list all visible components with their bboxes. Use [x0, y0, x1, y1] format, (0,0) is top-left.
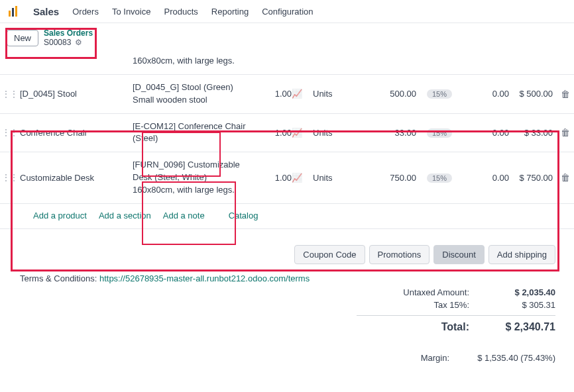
breadcrumb: Sales Orders S00083 ⚙: [44, 28, 93, 47]
nav-orders[interactable]: Orders: [72, 7, 99, 17]
table-row: ⋮⋮ Conference Chair [E-COM12] Conference…: [0, 114, 574, 153]
table-row: ⋮⋮ Customizable Desk [FURN_0096] Customi…: [0, 152, 574, 204]
breadcrumb-current: S00083: [44, 38, 71, 47]
forecast-icon[interactable]: 📈: [292, 173, 301, 183]
tax-cell[interactable]: 0.00: [463, 173, 509, 183]
drag-handle-icon[interactable]: ⋮⋮: [0, 128, 20, 137]
terms-label: Terms & Conditions:: [20, 273, 99, 283]
gear-icon[interactable]: ⚙: [75, 38, 82, 47]
description-cell[interactable]: [E-COM12] Conference Chair (Steel): [133, 121, 252, 146]
svg-rect-2: [15, 6, 17, 17]
add-product-link[interactable]: Add a product: [33, 211, 87, 220]
svg-rect-1: [12, 8, 14, 17]
table-row: 160x80cm, with large legs.: [0, 52, 574, 75]
discount-cell[interactable]: 15%: [416, 128, 463, 138]
totals-block: Untaxed Amount: $ 2,035.40 Tax 15%: $ 30…: [0, 286, 574, 341]
action-buttons: Coupon Code Promotions Discount Add ship…: [0, 236, 574, 271]
brand-title[interactable]: Sales: [33, 6, 59, 17]
total-value: $ 2,340.71: [483, 321, 555, 333]
margin-row: Margin: $ 1,535.40 (75.43%): [0, 341, 574, 363]
total-label: Total:: [363, 321, 469, 333]
add-section-link[interactable]: Add a section: [99, 211, 151, 220]
add-note-link[interactable]: Add a note: [163, 211, 205, 220]
margin-label: Margin:: [343, 353, 449, 363]
subtotal-cell: $ 33.00: [509, 128, 557, 138]
qty-cell[interactable]: 1.00: [252, 89, 292, 99]
trash-icon[interactable]: 🗑: [557, 89, 574, 99]
description-cell[interactable]: [D_0045_G] Stool (Green) Small wooden st…: [133, 81, 252, 107]
svg-rect-0: [9, 11, 11, 17]
breadcrumb-parent[interactable]: Sales Orders: [44, 28, 93, 38]
nav-to-invoice[interactable]: To Invoice: [112, 7, 151, 17]
price-cell[interactable]: 750.00: [350, 173, 416, 183]
forecast-icon[interactable]: 📈: [292, 89, 301, 99]
description-cell[interactable]: 160x80cm, with large legs.: [133, 55, 252, 68]
product-cell[interactable]: Customizable Desk: [20, 173, 133, 183]
untaxed-value: $ 2,035.40: [483, 287, 555, 297]
discount-cell[interactable]: 15%: [416, 173, 463, 183]
price-cell[interactable]: 500.00: [350, 89, 416, 99]
tax-cell[interactable]: 0.00: [463, 89, 509, 99]
catalog-link[interactable]: Catalog: [229, 211, 258, 220]
subtotal-cell: $ 500.00: [509, 89, 557, 99]
forecast-icon[interactable]: 📈: [292, 128, 301, 138]
product-cell[interactable]: [D_0045] Stool: [20, 89, 133, 99]
new-button[interactable]: New: [7, 30, 38, 46]
discount-button[interactable]: Discount: [433, 245, 485, 264]
trash-icon[interactable]: 🗑: [557, 172, 574, 183]
trash-icon[interactable]: 🗑: [557, 127, 574, 138]
nav-reporting[interactable]: Reporting: [211, 7, 249, 17]
margin-value: $ 1,535.40 (75.43%): [463, 353, 555, 363]
nav-products[interactable]: Products: [164, 7, 198, 17]
terms-link[interactable]: https://52678935-master-all.runbot212.od…: [99, 273, 310, 283]
drag-handle-icon[interactable]: ⋮⋮: [0, 173, 20, 182]
discount-cell[interactable]: 15%: [416, 89, 463, 99]
description-cell[interactable]: [FURN_0096] Customizable Desk (Steel, Wh…: [133, 159, 252, 197]
add-links-row: Add a product Add a section Add a note C…: [0, 204, 574, 229]
drag-handle-icon[interactable]: ⋮⋮: [0, 89, 20, 99]
sub-header: New Sales Orders S00083 ⚙: [0, 23, 574, 52]
nav-configuration[interactable]: Configuration: [262, 7, 313, 17]
app-logo-icon: [8, 5, 20, 17]
uom-cell[interactable]: Units: [310, 173, 350, 183]
qty-cell[interactable]: 1.00: [252, 173, 292, 183]
add-shipping-button[interactable]: Add shipping: [488, 245, 555, 264]
tax-label: Tax 15%:: [363, 300, 469, 310]
promotions-button[interactable]: Promotions: [369, 245, 430, 264]
terms-line: Terms & Conditions: https://52678935-mas…: [0, 271, 574, 286]
price-cell[interactable]: 33.00: [350, 128, 416, 138]
table-row: ⋮⋮ [D_0045] Stool [D_0045_G] Stool (Gree…: [0, 75, 574, 114]
uom-cell[interactable]: Units: [310, 89, 350, 99]
top-nav: Sales Orders To Invoice Products Reporti…: [0, 0, 574, 23]
qty-cell[interactable]: 1.00: [252, 128, 292, 138]
coupon-button[interactable]: Coupon Code: [294, 245, 365, 264]
uom-cell[interactable]: Units: [310, 128, 350, 138]
tax-value: $ 305.31: [483, 300, 555, 310]
untaxed-label: Untaxed Amount:: [363, 287, 469, 297]
order-lines: 160x80cm, with large legs. ⋮⋮ [D_0045] S…: [0, 52, 574, 236]
product-cell[interactable]: Conference Chair: [20, 128, 133, 138]
subtotal-cell: $ 750.00: [509, 173, 557, 183]
tax-cell[interactable]: 0.00: [463, 128, 509, 138]
